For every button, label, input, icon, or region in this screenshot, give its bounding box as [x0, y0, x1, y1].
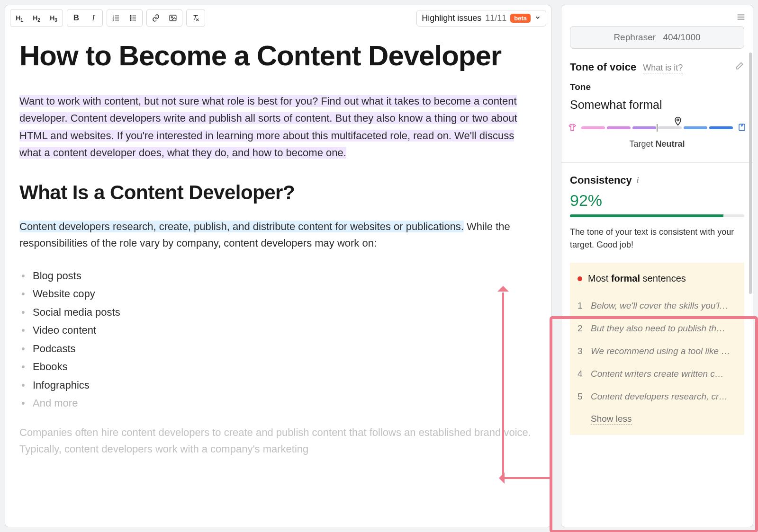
h1-button[interactable]: H1	[11, 10, 27, 26]
tone-title: Tone of voice	[570, 61, 636, 73]
consistency-percent: 92%	[570, 191, 744, 210]
sidebar: Rephraser 404/1000 Tone of voice What is…	[561, 5, 753, 527]
highlight-issues-dropdown[interactable]: Highlight issues 11/11 beta	[416, 10, 546, 27]
tone-value: Somewhat formal	[570, 98, 744, 112]
what-is-it-link[interactable]: What is it?	[643, 63, 683, 73]
formal-icon	[738, 123, 746, 134]
highlight-count: 11/11	[485, 13, 506, 23]
ordered-list-button[interactable]: 123	[108, 10, 124, 26]
section-heading: What Is a Content Developer?	[19, 181, 537, 204]
casual-icon	[568, 123, 577, 134]
beta-badge: beta	[510, 14, 531, 23]
target-label: Target Neutral	[570, 139, 744, 149]
bold-button[interactable]: B	[68, 10, 84, 26]
list-item: Blog posts	[19, 267, 537, 285]
faded-paragraph: Companies often hire content developers …	[19, 424, 537, 457]
rephraser-count: 404/1000	[663, 32, 700, 42]
info-icon[interactable]: i	[637, 176, 639, 185]
tone-marker-icon	[673, 116, 683, 128]
format-group: B I	[67, 9, 103, 27]
tone-scale	[570, 120, 744, 137]
svg-text:3: 3	[113, 18, 114, 21]
svg-point-10	[130, 19, 131, 20]
list-item: Social media posts	[19, 303, 537, 322]
definition-paragraph: Content developers research, create, pub…	[19, 218, 537, 251]
sentence-item[interactable]: 2But they also need to publish th…	[578, 317, 737, 340]
toolbar: H1 H2 H3 B I 123	[5, 5, 551, 31]
svg-point-8	[130, 18, 131, 18]
intro-paragraph: Want to work with content, but not sure …	[19, 93, 537, 161]
highlight-label: Highlight issues	[422, 13, 481, 23]
unordered-list-button[interactable]	[125, 10, 141, 26]
h3-button[interactable]: H3	[45, 10, 62, 26]
list-item-more: And more	[19, 394, 537, 413]
sentence-list: 1Below, we'll cover the skills you'l… 2B…	[578, 294, 737, 408]
dot-icon	[578, 276, 582, 281]
list-group: 123	[107, 9, 143, 27]
list-item: Ebooks	[19, 358, 537, 376]
link-button[interactable]	[148, 10, 164, 26]
chevron-down-icon	[534, 14, 541, 22]
editor-pane: H1 H2 H3 B I 123	[5, 5, 551, 527]
rephraser-button[interactable]: Rephraser 404/1000	[570, 26, 744, 49]
editor-body[interactable]: How to Become a Content Developer Want t…	[5, 31, 551, 471]
image-button[interactable]	[165, 10, 181, 26]
sentence-item[interactable]: 4Content writers create written c…	[578, 363, 737, 385]
consistency-header: Consistency i	[570, 174, 744, 186]
list-item: Website copy	[19, 285, 537, 303]
list-item: Video content	[19, 321, 537, 340]
menu-icon[interactable]	[736, 12, 746, 22]
scrollbar[interactable]	[749, 53, 752, 294]
italic-button[interactable]: I	[85, 10, 101, 26]
svg-point-6	[130, 15, 131, 16]
formal-sentences-box: Most formal sentences 1Below, we'll cove…	[570, 263, 744, 435]
sentence-item[interactable]: 3We recommend using a tool like …	[578, 340, 737, 363]
tone-sublabel: Tone	[570, 82, 744, 92]
sentence-item[interactable]: 5Content developers research, cr…	[578, 385, 737, 408]
definition-highlight: Content developers research, create, pub…	[19, 221, 464, 232]
show-less-link[interactable]: Show less	[591, 414, 632, 425]
insert-group	[146, 9, 182, 27]
clear-format-button[interactable]	[188, 10, 204, 26]
sentence-item[interactable]: 1Below, we'll cover the skills you'l…	[578, 294, 737, 317]
consistency-bar	[570, 214, 744, 217]
consistency-message: The tone of your text is consistent with…	[570, 226, 744, 251]
pencil-icon[interactable]	[735, 61, 744, 72]
intro-seg-3: If you're interested in learning more ab…	[114, 130, 451, 142]
svg-rect-20	[739, 124, 745, 131]
content-types-list: Blog posts Website copy Social media pos…	[19, 267, 537, 413]
list-item: Infographics	[19, 376, 537, 395]
rephraser-label: Rephraser	[614, 32, 656, 42]
heading-group: H1 H2 H3	[10, 9, 63, 27]
clear-group	[186, 9, 205, 27]
tone-header: Tone of voice What is it?	[570, 61, 744, 73]
list-item: Podcasts	[19, 340, 537, 358]
svg-point-13	[171, 17, 172, 18]
formal-sentences-header: Most formal sentences	[578, 273, 737, 284]
svg-point-19	[677, 119, 679, 121]
document-title: How to Become a Content Developer	[19, 39, 537, 72]
h2-button[interactable]: H2	[28, 10, 45, 26]
